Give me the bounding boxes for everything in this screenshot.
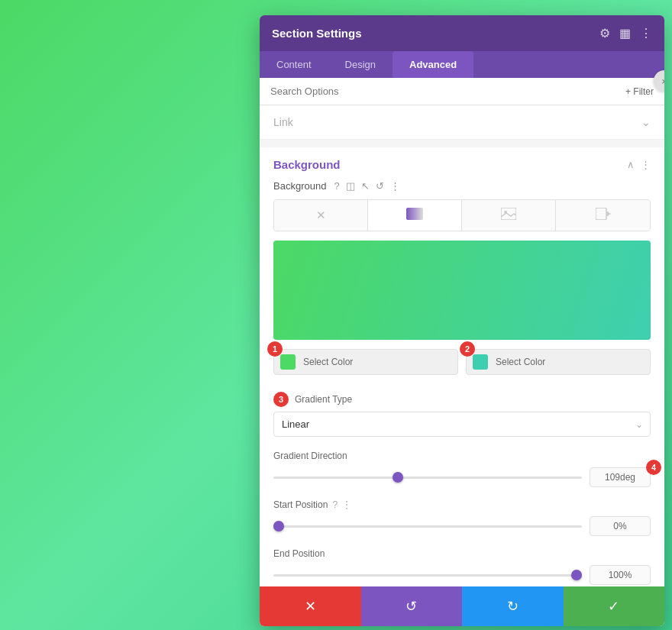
gradient-type-badge: 3 — [273, 392, 289, 407]
search-bar: + Filter — [260, 78, 664, 105]
color-stop-1-wrapper: 1 Select Color — [273, 349, 458, 375]
panel-footer: ✕ ↺ ↻ ✓ — [260, 586, 664, 626]
start-position-row — [273, 516, 651, 536]
end-position-label: End Position — [273, 548, 651, 559]
start-more-icon[interactable]: ⋮ — [342, 499, 351, 510]
tab-design[interactable]: Design — [328, 51, 393, 78]
color-stop-1-badge: 1 — [267, 341, 283, 357]
bg-type-gradient[interactable] — [368, 200, 462, 231]
tab-content[interactable]: Content — [260, 51, 328, 78]
section-settings-panel: Section Settings ⚙ ▦ ⋮ × Content Design … — [260, 15, 664, 626]
bg-label: Background — [273, 180, 326, 192]
start-position-header: Start Position ? ⋮ — [273, 499, 651, 510]
columns-icon[interactable]: ▦ — [619, 26, 631, 40]
bg-type-video[interactable] — [556, 200, 650, 231]
gradient-direction-value-wrapper: 4 — [590, 467, 651, 487]
color-stop-2-wrapper: 2 Select Color — [466, 349, 651, 375]
header-icons: ⚙ ▦ ⋮ — [599, 26, 652, 40]
bg-none-icon: ✕ — [316, 208, 326, 222]
gradient-direction-slider[interactable] — [273, 477, 582, 479]
gradient-type-select[interactable]: Linear Radial Conic — [273, 412, 651, 437]
background-section-header: Background ∧ ⋮ — [260, 147, 664, 177]
more-vertical-icon[interactable]: ⋮ — [640, 26, 652, 40]
section-header-right: ∧ ⋮ — [627, 159, 651, 170]
end-position-row — [273, 565, 651, 585]
bg-more-icon[interactable]: ⋮ — [390, 180, 400, 192]
bg-type-image[interactable] — [462, 200, 556, 231]
gradient-direction-header: Gradient Direction — [273, 451, 651, 461]
panel-header: Section Settings ⚙ ▦ ⋮ — [260, 15, 664, 51]
link-chevron-icon: ⌄ — [641, 116, 651, 128]
section-more-icon[interactable]: ⋮ — [641, 159, 651, 170]
bg-video-icon — [596, 208, 611, 223]
bg-controls: Background ? ◫ ↖ ↺ ⋮ — [260, 177, 664, 199]
background-section: Background ∧ ⋮ Background ? ◫ ↖ ↺ ⋮ — [260, 147, 664, 586]
bg-type-none[interactable]: ✕ — [274, 200, 368, 231]
stop-2-color-swatch — [473, 354, 488, 370]
stop-1-color-swatch — [280, 354, 296, 370]
bg-responsive-icon[interactable]: ◫ — [346, 180, 355, 192]
gradient-preview — [273, 241, 651, 340]
color-stops: 1 Select Color 2 Select Color — [260, 349, 664, 375]
end-position-slider[interactable] — [273, 574, 582, 577]
start-position-input[interactable] — [590, 516, 651, 536]
link-section[interactable]: Link ⌄ — [260, 105, 664, 140]
bg-icons: ? ◫ ↖ ↺ ⋮ — [334, 180, 399, 192]
start-position-group: Start Position ? ⋮ — [260, 493, 664, 542]
color-stop-2[interactable]: Select Color — [466, 349, 651, 375]
start-position-label: Start Position — [273, 499, 328, 510]
gradient-type-header: 3 Gradient Type — [273, 392, 651, 407]
save-button[interactable]: ✓ — [564, 586, 665, 626]
link-label: Link — [273, 116, 293, 128]
stop-1-label: Select Color — [303, 357, 353, 367]
gradient-direction-group: Gradient Direction 4 — [260, 444, 664, 493]
tab-advanced[interactable]: Advanced — [393, 51, 473, 78]
search-input[interactable] — [270, 86, 625, 97]
start-help-icon[interactable]: ? — [332, 499, 338, 510]
svg-rect-3 — [596, 208, 606, 220]
settings-icon[interactable]: ⚙ — [599, 26, 610, 40]
panel-title: Section Settings — [272, 27, 362, 40]
tabs-bar: Content Design Advanced — [260, 51, 664, 78]
panel-content: Link ⌄ Background ∧ ⋮ Background ? ◫ ↖ — [260, 105, 664, 586]
bg-gradient-icon — [406, 208, 423, 223]
reset-icon: ↺ — [405, 598, 417, 615]
end-position-group: End Position — [260, 542, 664, 586]
save-icon: ✓ — [608, 598, 619, 615]
start-position-slider[interactable] — [273, 525, 582, 528]
gradient-type-select-wrapper: Linear Radial Conic ⌄ — [273, 412, 651, 437]
reset-button[interactable]: ↺ — [361, 586, 463, 626]
cancel-icon: ✕ — [305, 598, 316, 615]
gradient-type-group: 3 Gradient Type Linear Radial Conic ⌄ — [260, 384, 664, 444]
background-section-title: Background — [273, 158, 341, 171]
bg-pointer-icon[interactable]: ↖ — [361, 180, 370, 192]
color-stop-2-badge: 2 — [460, 341, 475, 357]
gradient-type-label: Gradient Type — [295, 394, 352, 405]
end-position-input[interactable] — [590, 565, 651, 585]
gradient-direction-num-badge: 4 — [646, 460, 661, 475]
gradient-direction-row: 4 — [273, 467, 651, 487]
gradient-direction-label: Gradient Direction — [273, 451, 347, 461]
filter-button[interactable]: + Filter — [625, 86, 654, 97]
svg-marker-4 — [606, 211, 611, 217]
stop-2-label: Select Color — [496, 357, 545, 367]
gradient-direction-input[interactable] — [590, 467, 651, 487]
bg-image-icon — [501, 208, 516, 223]
end-position-header: End Position — [273, 548, 651, 559]
cancel-button[interactable]: ✕ — [260, 586, 361, 626]
redo-button[interactable]: ↻ — [462, 586, 564, 626]
bg-undo-icon[interactable]: ↺ — [376, 180, 384, 192]
svg-rect-0 — [406, 208, 423, 220]
bg-help-icon[interactable]: ? — [334, 180, 339, 192]
color-stop-1[interactable]: Select Color — [273, 349, 458, 375]
redo-icon: ↻ — [507, 598, 519, 615]
section-collapse-icon[interactable]: ∧ — [627, 159, 635, 170]
bg-type-tabs: ✕ — [273, 199, 651, 231]
